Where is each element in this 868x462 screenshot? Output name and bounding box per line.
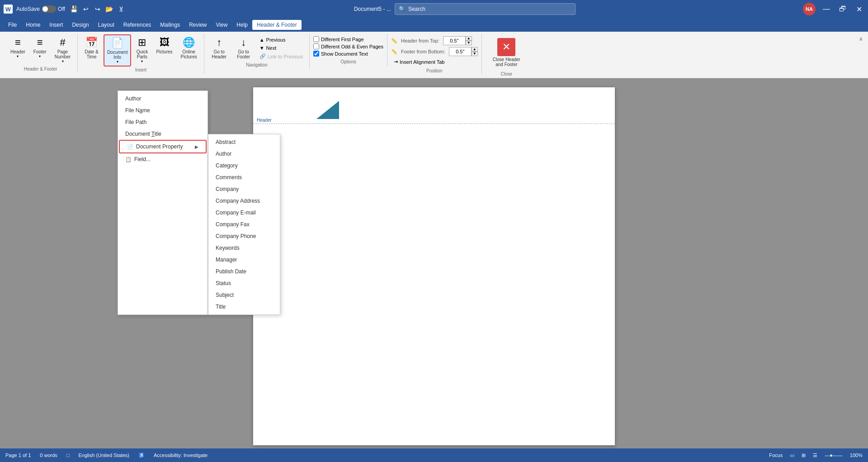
submenu-title[interactable]: Title	[208, 301, 280, 313]
quick-parts-button[interactable]: ⊞ QuickParts ▾	[133, 34, 151, 66]
menu-design[interactable]: Design	[67, 20, 93, 30]
footer-decrement-button[interactable]: ▼	[472, 52, 478, 56]
undo-icon[interactable]: ↩	[80, 4, 91, 14]
document-info-arrow: ▾	[117, 60, 118, 64]
open-icon[interactable]: 📂	[104, 4, 115, 14]
header-from-top-row: 📏 Header from Top: ▲ ▼	[391, 36, 478, 45]
hf-group-label: Header & Footer	[7, 66, 74, 73]
dropdown-document-property[interactable]: 📄 Document Property ▶	[119, 140, 207, 153]
close-button[interactable]: ✕	[854, 4, 864, 14]
dropdown-author[interactable]: Author	[118, 93, 208, 105]
online-pictures-button[interactable]: 🌐 OnlinePictures	[178, 34, 200, 62]
previous-button[interactable]: ▲ Previous	[257, 36, 306, 43]
date-time-icon: 📅	[85, 37, 98, 48]
search-placeholder: Search	[408, 6, 425, 12]
header-pos-icon: 📏	[391, 38, 397, 44]
ribbon: ≡ Header ▾ ≡ Footer ▾ # PageNumber ▾ Hea…	[0, 32, 868, 78]
dropdown-file-name[interactable]: File Name	[118, 105, 208, 116]
ribbon-collapse-button[interactable]: ∧	[857, 35, 864, 43]
go-to-footer-button[interactable]: ↓ Go toFooter	[232, 34, 255, 62]
status-view-web[interactable]: ⊞	[802, 452, 806, 458]
diff-first-checkbox[interactable]: Different First Page	[313, 36, 383, 42]
options-checkboxes: Different First Page Different Odd & Eve…	[313, 34, 383, 58]
menu-file[interactable]: File	[4, 20, 21, 30]
menu-view[interactable]: View	[212, 20, 232, 30]
status-zoom-bar[interactable]: —●——	[825, 452, 843, 458]
document-header-area[interactable]: Header	[253, 87, 615, 124]
autosave-toggle[interactable]	[42, 5, 56, 13]
customize-icon[interactable]: ⊻	[116, 4, 127, 14]
diff-odd-even-checkbox[interactable]: Different Odd & Even Pages	[313, 43, 383, 49]
status-bar-right: Focus ▭ ⊞ ☰ —●—— 100%	[769, 452, 863, 458]
header-decrement-button[interactable]: ▼	[466, 41, 472, 45]
submenu-publish-date[interactable]: Publish Date	[208, 266, 280, 277]
submenu-company-address[interactable]: Company Address	[208, 195, 280, 207]
dropdown-document-title[interactable]: Document Title	[118, 128, 208, 140]
search-box[interactable]: 🔍 Search	[395, 3, 576, 15]
dropdown-file-path[interactable]: File Path	[118, 116, 208, 128]
footer-from-bottom-input-group: ▲ ▼	[449, 47, 478, 56]
diff-first-input[interactable]	[313, 36, 319, 42]
save-icon[interactable]: 💾	[69, 4, 80, 14]
redo-icon[interactable]: ↪	[92, 4, 103, 14]
next-button[interactable]: ▼ Next	[257, 44, 306, 52]
pictures-button[interactable]: 🖼 Pictures	[153, 34, 175, 57]
show-doc-text-checkbox[interactable]: Show Document Text	[313, 51, 383, 57]
document-property-arrow: ▶	[195, 144, 198, 149]
document-info-icon: 📄	[111, 37, 123, 49]
status-view-read[interactable]: ☰	[813, 452, 817, 458]
status-focus[interactable]: Focus	[769, 452, 783, 458]
submenu-company[interactable]: Company	[208, 183, 280, 195]
submenu-subject[interactable]: Subject	[208, 289, 280, 301]
show-doc-text-label: Show Document Text	[321, 51, 368, 57]
header-increment-button[interactable]: ▲	[466, 36, 472, 41]
dropdown-container: Author File Name File Path Document Titl…	[118, 90, 280, 315]
diff-odd-even-input[interactable]	[313, 43, 319, 49]
status-view-print[interactable]: ▭	[790, 452, 794, 458]
submenu-status[interactable]: Status	[208, 277, 280, 289]
header-from-top-input[interactable]	[443, 36, 466, 45]
menu-insert[interactable]: Insert	[45, 20, 67, 30]
category-label: Category	[216, 162, 238, 169]
menu-home[interactable]: Home	[21, 20, 45, 30]
link-to-prev-button[interactable]: 🔗 Link to Previous	[257, 52, 306, 60]
footer-from-bottom-input[interactable]	[449, 47, 472, 56]
sub-author-label: Author	[216, 151, 231, 157]
menu-layout[interactable]: Layout	[94, 20, 119, 30]
header-button[interactable]: ≡ Header ▾	[7, 34, 28, 61]
footer-button[interactable]: ≡ Footer ▾	[30, 34, 50, 61]
submenu-company-phone[interactable]: Company Phone	[208, 230, 280, 242]
document-info-button[interactable]: 📄 DocumentInfo ▾	[104, 34, 132, 67]
menu-help[interactable]: Help	[232, 20, 252, 30]
document-body[interactable]	[253, 124, 615, 142]
menu-references[interactable]: References	[119, 20, 156, 30]
submenu-manager[interactable]: Manager	[208, 254, 280, 266]
ribbon-content: ≡ Header ▾ ≡ Footer ▾ # PageNumber ▾ Hea…	[4, 33, 864, 78]
submenu-author[interactable]: Author	[208, 148, 280, 160]
header-from-top-input-group: ▲ ▼	[443, 36, 472, 45]
footer-label: Footer	[33, 49, 47, 54]
submenu-keywords[interactable]: Keywords	[208, 242, 280, 254]
minimize-button[interactable]: —	[821, 4, 832, 14]
submenu-company-email[interactable]: Company E-mail	[208, 207, 280, 219]
menu-review[interactable]: Review	[184, 20, 211, 30]
manager-label: Manager	[216, 257, 237, 263]
status-bar: Page 1 of 1 0 words □ English (United St…	[0, 448, 868, 462]
date-time-button[interactable]: 📅 Date &Time	[81, 34, 102, 62]
submenu-company-fax[interactable]: Company Fax	[208, 219, 280, 230]
previous-label: Previous	[266, 37, 286, 43]
menu-mailings[interactable]: Mailings	[156, 20, 184, 30]
footer-increment-button[interactable]: ▲	[472, 47, 478, 52]
show-doc-text-input[interactable]	[313, 51, 319, 57]
restore-button[interactable]: 🗗	[837, 4, 848, 14]
submenu-comments[interactable]: Comments	[208, 171, 280, 183]
user-avatar[interactable]: NA	[803, 3, 816, 15]
insert-alignment-tab-button[interactable]: ⇥ Insert Alignment Tab	[391, 58, 478, 66]
go-to-header-button[interactable]: ↑ Go toHeader	[208, 34, 231, 62]
dropdown-field[interactable]: 📋 Field...	[118, 153, 208, 165]
submenu-abstract[interactable]: Abstract	[208, 136, 280, 148]
page-number-button[interactable]: # PageNumber ▾	[52, 34, 74, 66]
submenu-category[interactable]: Category	[208, 160, 280, 171]
menu-header-footer[interactable]: Header & Footer	[252, 20, 302, 30]
close-header-footer-button[interactable]: ✕ Close Headerand Footer	[486, 34, 528, 71]
